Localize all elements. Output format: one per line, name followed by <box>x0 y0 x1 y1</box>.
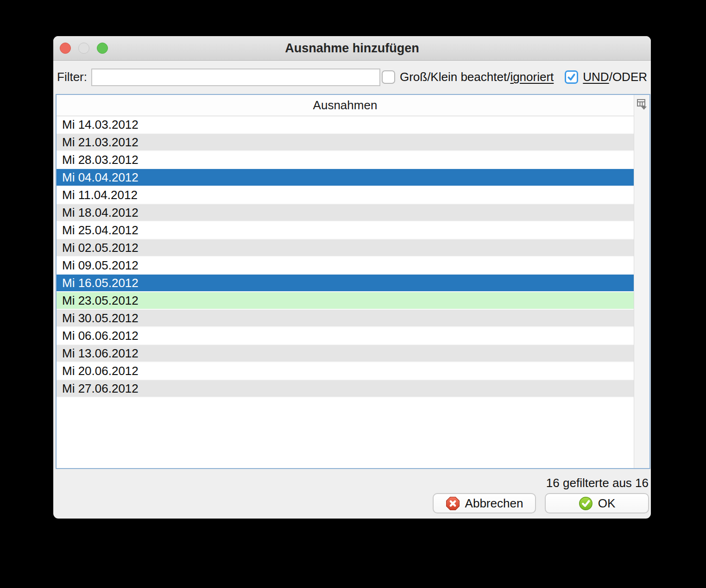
checkmark-icon <box>566 72 577 82</box>
cancel-button-label: Abbrechen <box>465 496 523 511</box>
title-bar[interactable]: Ausnahme hinzufügen <box>53 36 651 61</box>
column-config-icon <box>636 99 648 111</box>
row-label: Mi 21.03.2012 <box>62 135 139 150</box>
and-or-checkbox[interactable] <box>565 70 578 84</box>
cancel-button[interactable]: Abbrechen <box>433 493 536 513</box>
row-label: Mi 27.06.2012 <box>62 382 139 396</box>
row-label: Mi 18.04.2012 <box>62 206 139 220</box>
row-label: Mi 28.03.2012 <box>62 153 139 167</box>
table-row[interactable]: Mi 20.06.2012 <box>57 363 634 380</box>
and-or-label[interactable]: UND/ODER <box>583 70 647 84</box>
case-sensitivity-checkbox[interactable] <box>382 70 395 84</box>
dialog-buttons: Abbrechen OK <box>433 493 649 513</box>
table-row[interactable]: Mi 04.04.2012 <box>57 169 634 187</box>
row-label: Mi 13.06.2012 <box>62 346 139 361</box>
table-row[interactable]: Mi 02.05.2012 <box>57 239 634 257</box>
table-row[interactable]: Mi 14.03.2012 <box>57 116 634 134</box>
filter-row: Filter: Groß/Klein beachtet/ignoriert UN… <box>53 60 651 94</box>
cancel-icon <box>446 496 460 511</box>
table-row[interactable]: Mi 13.06.2012 <box>57 345 634 363</box>
row-label: Mi 30.05.2012 <box>62 311 139 325</box>
row-label: Mi 09.05.2012 <box>62 258 139 273</box>
exceptions-table: Ausnahmen Mi 14.03.2012 Mi 21.03.2012 Mi… <box>56 94 650 469</box>
table-row[interactable]: Mi 09.05.2012 <box>57 257 634 275</box>
ok-button-label: OK <box>598 496 616 511</box>
table-row[interactable]: Mi 23.05.2012 <box>57 292 634 310</box>
traffic-lights <box>60 36 108 60</box>
row-label: Mi 04.04.2012 <box>62 170 139 185</box>
table-rows: Mi 14.03.2012 Mi 21.03.2012 Mi 28.03.201… <box>57 116 634 468</box>
table-row[interactable]: Mi 16.05.2012 <box>57 275 634 292</box>
row-label: Mi 16.05.2012 <box>62 276 139 290</box>
ok-icon <box>579 496 593 511</box>
filter-status-text: 16 gefilterte aus 16 <box>546 476 649 490</box>
table-row[interactable]: Mi 11.04.2012 <box>57 187 634 204</box>
table-row[interactable]: Mi 18.04.2012 <box>57 204 634 222</box>
filter-input[interactable] <box>91 69 380 86</box>
column-config-button[interactable] <box>636 98 649 111</box>
table-row[interactable]: Mi 25.04.2012 <box>57 222 634 239</box>
ok-button[interactable]: OK <box>545 493 649 513</box>
row-label: Mi 02.05.2012 <box>62 241 139 255</box>
and-or-option: UND/ODER <box>565 70 647 84</box>
table-row[interactable]: Mi 28.03.2012 <box>57 151 634 169</box>
row-label: Mi 20.06.2012 <box>62 364 139 378</box>
table-row[interactable]: Mi 21.03.2012 <box>57 134 634 151</box>
row-label: Mi 06.06.2012 <box>62 329 139 343</box>
row-label: Mi 14.03.2012 <box>62 118 139 132</box>
case-sensitivity-option: Groß/Klein beachtet/ignoriert <box>382 70 554 84</box>
table-main-column: Ausnahmen Mi 14.03.2012 Mi 21.03.2012 Mi… <box>57 95 634 468</box>
dialog-window: Ausnahme hinzufügen Filter: Groß/Klein b… <box>53 36 651 519</box>
table-row[interactable]: Mi 30.05.2012 <box>57 310 634 327</box>
close-button[interactable] <box>60 43 71 54</box>
row-label: Mi 23.05.2012 <box>62 294 139 308</box>
table-row[interactable]: Mi 06.06.2012 <box>57 327 634 345</box>
zoom-button[interactable] <box>97 43 108 54</box>
case-sensitivity-label[interactable]: Groß/Klein beachtet/ignoriert <box>400 70 554 84</box>
table-header[interactable]: Ausnahmen <box>57 95 634 116</box>
row-label: Mi 11.04.2012 <box>62 188 138 202</box>
row-label: Mi 25.04.2012 <box>62 223 139 238</box>
window-title: Ausnahme hinzufügen <box>285 41 419 56</box>
filter-label: Filter: <box>57 70 87 84</box>
table-row[interactable]: Mi 27.06.2012 <box>57 380 634 398</box>
minimize-button <box>78 43 89 54</box>
vertical-scrollbar-track[interactable] <box>634 95 649 468</box>
